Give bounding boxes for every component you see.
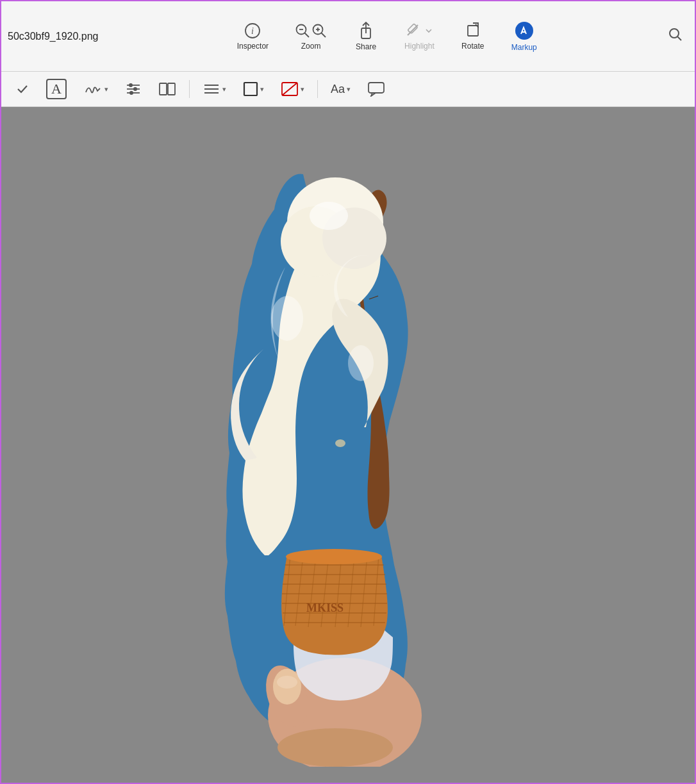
zoom-button[interactable]: Zoom: [281, 17, 340, 56]
search-button[interactable]: [663, 22, 688, 51]
inspector-label: Inspector: [237, 42, 269, 51]
highlight-button[interactable]: Highlight: [392, 17, 447, 56]
svg-rect-32: [369, 83, 384, 93]
stroke-tool-button[interactable]: ▾: [274, 78, 311, 100]
zoom-label: Zoom: [301, 42, 321, 51]
share-button[interactable]: Share: [340, 17, 392, 56]
shapes-chevron-icon: ▾: [260, 85, 264, 94]
rotate-button[interactable]: Rotate: [447, 17, 499, 56]
text-tool-icon: A: [46, 79, 67, 99]
svg-rect-12: [408, 24, 418, 34]
rotate-label: Rotate: [461, 42, 484, 51]
ice-cream-image: MKISS: [181, 139, 515, 767]
layout-tool-button[interactable]: [152, 79, 183, 99]
zoom-icon: [294, 22, 327, 39]
svg-point-65: [335, 439, 345, 447]
lines-tool-button[interactable]: ▾: [196, 79, 233, 99]
svg-text:i: i: [251, 26, 254, 36]
text-tool-button[interactable]: A: [40, 76, 73, 102]
signature-chevron-icon: ▾: [104, 85, 108, 94]
markup-label: Markup: [511, 43, 537, 52]
image-viewer: MKISS: [1, 107, 695, 784]
svg-point-64: [348, 345, 374, 381]
svg-line-31: [282, 83, 297, 95]
toolbar-separator-2: [317, 80, 318, 98]
svg-rect-25: [168, 83, 175, 95]
font-tool-icon: Aa: [331, 83, 345, 96]
share-label: Share: [356, 42, 376, 51]
lines-chevron-icon: ▾: [222, 85, 226, 94]
svg-point-62: [310, 202, 348, 230]
svg-point-54: [286, 549, 382, 564]
rotate-icon: [465, 22, 481, 39]
inspector-icon: i: [244, 22, 261, 39]
markup-button[interactable]: Markup: [499, 16, 550, 57]
svg-line-17: [678, 37, 682, 40]
adjust-tool-button[interactable]: [119, 79, 148, 99]
svg-point-35: [278, 728, 393, 767]
inspector-button[interactable]: i Inspector: [224, 17, 281, 56]
markup-icon: [515, 21, 534, 40]
svg-rect-13: [468, 26, 478, 36]
svg-point-37: [277, 676, 297, 689]
svg-rect-24: [160, 83, 167, 95]
font-chevron-icon: ▾: [347, 85, 351, 94]
main-toolbar: 50c30bf9_1920.png i Inspector: [1, 1, 695, 72]
font-tool-button[interactable]: Aa ▾: [324, 79, 357, 99]
svg-point-63: [271, 296, 303, 341]
highlight-icon: [404, 22, 434, 39]
signature-tool-button[interactable]: ▾: [77, 79, 115, 99]
svg-point-21: [129, 83, 133, 87]
svg-point-22: [133, 87, 137, 91]
file-title: 50c30bf9_1920.png: [8, 31, 98, 42]
select-tool-button[interactable]: [9, 79, 36, 99]
svg-point-16: [670, 29, 679, 38]
svg-line-6: [322, 33, 326, 37]
svg-rect-29: [244, 83, 257, 95]
speech-tool-button[interactable]: [361, 78, 392, 100]
svg-point-23: [129, 91, 133, 95]
shapes-tool-button[interactable]: ▾: [236, 78, 270, 100]
svg-text:MKISS: MKISS: [306, 601, 344, 614]
svg-line-3: [305, 33, 310, 37]
toolbar-separator-1: [189, 80, 190, 98]
share-icon: [358, 22, 374, 40]
toolbar-items: i Inspector Zoom: [111, 16, 663, 57]
highlight-label: Highlight: [404, 42, 435, 51]
stroke-chevron-icon: ▾: [301, 85, 304, 94]
secondary-toolbar: A ▾ ▾: [1, 72, 695, 107]
